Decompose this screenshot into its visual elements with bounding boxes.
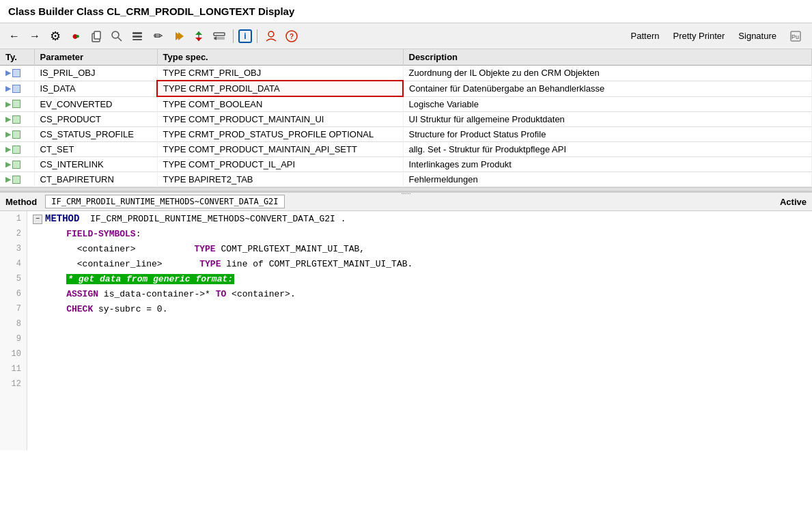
back-btn[interactable]: ←: [5, 27, 23, 45]
cell-parameter: EV_CONVERTED: [34, 96, 157, 112]
cell-parameter: IS_PRIL_OBJ: [34, 66, 157, 81]
cell-type: ▶: [0, 142, 34, 157]
layout-btn[interactable]: [128, 27, 146, 45]
code-editor: 123456789101112 −METHOD IF_CRM_PRODIL_RU…: [0, 211, 812, 450]
sort-btn[interactable]: [190, 27, 208, 45]
table-row[interactable]: ▶CT_SETTYPE COMT_PRODUCT_MAINTAIN_API_SE…: [0, 142, 812, 157]
table-row[interactable]: ▶CS_INTERLINKTYPE COMT_PRODUCT_IL_APIInt…: [0, 157, 812, 172]
svg-rect-12: [214, 33, 225, 36]
cell-type: ▶: [0, 127, 34, 142]
method-name: IF_CRM_PRODIL_RUNTIME_METHODS~CONVERT_DA…: [45, 195, 284, 208]
cell-description: Logische Variable: [403, 96, 812, 112]
pretty-printer-btn[interactable]: Pretty Printer: [667, 29, 730, 43]
user-btn[interactable]: [262, 27, 280, 45]
table-header-row: Ty. Parameter Type spec. Description: [0, 49, 812, 66]
line-number: 9: [5, 331, 21, 346]
cell-type: ▶: [0, 172, 34, 187]
cell-typespec: TYPE CRMT_PRODIL_DATA: [157, 81, 403, 96]
code-line: <container_line> TYPE line of COMT_PRLGT…: [33, 257, 807, 272]
svg-point-15: [268, 31, 274, 37]
cell-typespec: TYPE BAPIRET2_TAB: [157, 172, 403, 187]
cell-typespec: TYPE COMT_BOOLEAN: [157, 96, 403, 112]
svg-marker-8: [178, 32, 184, 40]
forward-btn[interactable]: →: [26, 27, 44, 45]
line-number: 5: [5, 271, 21, 286]
line-number: 4: [5, 256, 21, 271]
cell-description: Fehlermeldungen: [403, 172, 812, 187]
svg-point-2: [112, 31, 119, 38]
cell-type: ▶: [0, 112, 34, 127]
separator2: [257, 29, 257, 43]
svg-marker-10: [195, 31, 202, 35]
cell-typespec: TYPE COMT_PRODUCT_MAINTAIN_UI: [157, 112, 403, 127]
tools-btn[interactable]: ⚙: [46, 27, 64, 45]
table-row[interactable]: ▶EV_CONVERTEDTYPE COMT_BOOLEANLogische V…: [0, 96, 812, 112]
code-text: ASSIGN is_data-container->* TO <containe…: [45, 287, 296, 302]
col-parameter: Parameter: [34, 49, 157, 66]
code-text: CHECK sy-subrc = 0.: [45, 302, 167, 317]
line-number: 2: [5, 226, 21, 241]
cell-parameter: IS_DATA: [34, 81, 157, 96]
object-list-btn[interactable]: ●●: [67, 27, 85, 45]
parameters-table: Ty. Parameter Type spec. Description ▶IS…: [0, 49, 812, 187]
cell-type: ▶: [0, 157, 34, 172]
cell-parameter: CS_PRODUCT: [34, 112, 157, 127]
find-btn[interactable]: [108, 27, 126, 45]
svg-marker-14: [214, 36, 216, 40]
signature-btn[interactable]: Signature: [733, 29, 782, 43]
table-row[interactable]: ▶IS_PRIL_OBJTYPE CRMT_PRIL_OBJZuordnung …: [0, 66, 812, 81]
svg-rect-5: [132, 36, 142, 38]
method-label: Method: [5, 197, 37, 207]
fold-icon[interactable]: −: [33, 215, 42, 224]
cell-typespec: TYPE COMT_PRODUCT_IL_API: [157, 157, 403, 172]
info-btn[interactable]: i: [238, 29, 252, 43]
code-line: FIELD-SYMBOLS:: [33, 227, 807, 242]
svg-rect-6: [132, 39, 142, 40]
cell-description: Zuordnung der IL Objekte zu den CRM Obje…: [403, 66, 812, 81]
svg-text:Pu: Pu: [792, 33, 799, 40]
code-line: ASSIGN is_data-container->* TO <containe…: [33, 287, 807, 302]
col-typespec: Type spec.: [157, 49, 403, 66]
line-numbers: 123456789101112: [0, 211, 27, 450]
line-number: 7: [5, 301, 21, 316]
cell-type: ▶: [0, 81, 34, 96]
line-number: 1: [5, 211, 21, 226]
line-number: 12: [5, 376, 21, 392]
table-row[interactable]: ▶CT_BAPIRETURNTYPE BAPIRET2_TABFehlermel…: [0, 172, 812, 187]
code-line: <container> TYPE COMT_PRLGTEXT_MAINT_UI_…: [33, 242, 807, 257]
nav2-btn[interactable]: [210, 27, 228, 45]
code-content[interactable]: −METHOD IF_CRM_PRODIL_RUNTIME_METHODS~CO…: [27, 211, 812, 450]
copy-btn[interactable]: [87, 27, 105, 45]
table-row[interactable]: ▶CS_STATUS_PROFILETYPE CRMT_PROD_STATUS_…: [0, 127, 812, 142]
code-text: FIELD-SYMBOLS:: [45, 227, 141, 242]
cell-parameter: CS_STATUS_PROFILE: [34, 127, 157, 142]
svg-marker-11: [195, 38, 202, 41]
code-text: * get data from generic format:: [45, 272, 234, 287]
title-bar: Class Builder Class CL_CRM_PRODIL_LONGTE…: [0, 0, 812, 23]
col-type: Ty.: [0, 49, 34, 66]
cell-description: Structure for Product Status Profile: [403, 127, 812, 142]
code-text: <container_line> TYPE line of COMT_PRLGT…: [45, 257, 412, 272]
table-row[interactable]: ▶IS_DATATYPE CRMT_PRODIL_DATAContainer f…: [0, 81, 812, 96]
line-number: 8: [5, 316, 21, 331]
page-title: Class Builder Class CL_CRM_PRODIL_LONGTE…: [8, 5, 294, 17]
line-number: 11: [5, 361, 21, 376]
cell-description: Container für Datenübergabe an Behandler…: [403, 81, 812, 96]
code-text: METHOD IF_CRM_PRODIL_RUNTIME_METHODS~CON…: [45, 211, 346, 227]
code-line: CHECK sy-subrc = 0.: [33, 302, 807, 317]
cell-description: Interlinkages zum Produkt: [403, 157, 812, 172]
pencil-btn[interactable]: ✏: [149, 27, 167, 45]
pattern-btn[interactable]: Pattern: [626, 29, 665, 43]
svg-line-3: [118, 38, 122, 41]
cell-typespec: TYPE CRMT_PROD_STATUS_PROFILE OPTIONAL: [157, 127, 403, 142]
cell-parameter: CT_BAPIRETURN: [34, 172, 157, 187]
pu-btn[interactable]: Pu: [785, 29, 807, 44]
code-text: <container> TYPE COMT_PRLGTEXT_MAINT_UI_…: [45, 242, 365, 257]
help-btn[interactable]: ?: [283, 27, 300, 45]
line-number: 3: [5, 241, 21, 256]
col-description: Description: [403, 49, 812, 66]
table-row[interactable]: ▶CS_PRODUCTTYPE COMT_PRODUCT_MAINTAIN_UI…: [0, 112, 812, 127]
nav1-btn[interactable]: [169, 27, 187, 45]
svg-rect-4: [132, 32, 142, 34]
code-line: −METHOD IF_CRM_PRODIL_RUNTIME_METHODS~CO…: [33, 211, 807, 227]
